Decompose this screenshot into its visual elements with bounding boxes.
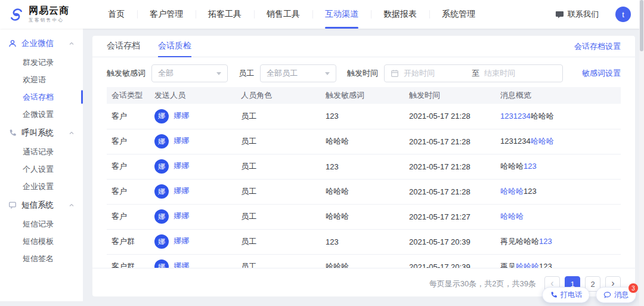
message-text: 1231234: [500, 137, 531, 146]
brand-logo[interactable]: 网易云商 互客销售中心: [8, 5, 69, 23]
sender-name-link[interactable]: 娜娜: [174, 186, 189, 195]
sidebar-item[interactable]: 短信签名: [0, 250, 83, 267]
sidebar-item[interactable]: 短信模板: [0, 233, 83, 250]
nav-item[interactable]: 互动渠道: [312, 0, 371, 29]
keyword-cell: 123: [321, 154, 404, 179]
sender-avatar[interactable]: 娜: [154, 209, 169, 224]
nav-item[interactable]: 数据报表: [371, 0, 429, 29]
contact-us-button[interactable]: 联系我们: [555, 9, 599, 20]
conversation-type-cell: 客户: [107, 104, 150, 129]
sender-cell: 娜娜娜: [150, 179, 236, 204]
call-button[interactable]: 打电话: [542, 287, 590, 303]
archive-settings-link[interactable]: 会话存档设置: [574, 36, 621, 57]
nav-item[interactable]: 拓客工具: [196, 0, 254, 29]
sidebar-item[interactable]: 企微设置: [0, 106, 83, 123]
sidebar-item[interactable]: 个人设置: [0, 160, 83, 178]
calendar-icon: [391, 69, 399, 78]
message-keyword-link[interactable]: 哈哈哈: [516, 262, 539, 268]
tab-bar: 会话存档会话质检 会话存档设置: [92, 36, 635, 57]
message-keyword-link[interactable]: 123: [524, 162, 537, 171]
tab[interactable]: 会话存档: [107, 36, 140, 57]
table-row: 客户娜娜娜员工哈哈哈2021-05-17 21:281231234哈哈哈: [107, 129, 621, 154]
column-header: 发送人员: [150, 87, 236, 104]
role-cell: 员工: [236, 179, 321, 204]
sidebar: 企业微信群发记录欢迎语会话存档企微设置呼叫系统通话记录个人设置企业设置短信系统短…: [0, 29, 83, 301]
role-cell: 员工: [236, 204, 321, 229]
message-badge: 3: [628, 283, 638, 293]
message-keyword-link[interactable]: 123: [539, 237, 552, 246]
sender-cell: 娜娜娜: [150, 204, 236, 229]
conversation-type-cell: 客户: [107, 204, 150, 229]
sender-name-link[interactable]: 娜娜: [174, 111, 189, 120]
start-time-placeholder[interactable]: 开始时间: [404, 68, 467, 79]
role-cell: 员工: [236, 254, 321, 268]
sidebar-section-label: 短信系统: [21, 200, 54, 211]
sender-cell: 娜娜娜: [150, 254, 236, 268]
sender-avatar[interactable]: 娜: [154, 159, 169, 174]
sender-name-link[interactable]: 娜娜: [174, 211, 189, 220]
sender-avatar[interactable]: 娜: [154, 134, 169, 149]
sidebar-section[interactable]: 短信系统: [0, 195, 83, 215]
date-range-input[interactable]: 开始时间 至 结束时间: [384, 64, 563, 82]
tab[interactable]: 会话质检: [158, 36, 191, 57]
nav-item[interactable]: 销售工具: [254, 0, 312, 29]
user-avatar[interactable]: t: [615, 7, 631, 22]
conversation-type-cell: 客户群: [107, 229, 150, 254]
sidebar-item[interactable]: 欢迎语: [0, 71, 83, 88]
end-time-placeholder[interactable]: 结束时间: [484, 68, 547, 79]
time-cell: 2021-05-17 20:39: [404, 254, 496, 268]
column-header: 消息概览: [496, 87, 621, 104]
sender-avatar[interactable]: 娜: [154, 259, 169, 268]
message-button[interactable]: 3 消息: [596, 287, 636, 303]
nav-item[interactable]: 首页: [95, 0, 137, 29]
sender-name-link[interactable]: 娜娜: [174, 261, 189, 268]
top-navbar: 网易云商 互客销售中心 首页客户管理拓客工具销售工具互动渠道数据报表系统管理 联…: [0, 0, 644, 29]
message-keyword-link[interactable]: 1231234: [500, 112, 531, 120]
table-header-row: 会话类型发送人员人员角色触发敏感词触发时间消息概览: [107, 87, 621, 104]
page-scrollbar: [639, 0, 644, 306]
column-header: 会话类型: [107, 87, 150, 104]
brand-name: 网易云商: [29, 5, 69, 16]
sidebar-item[interactable]: 企业设置: [0, 178, 83, 195]
sender-cell: 娜娜娜: [150, 129, 236, 154]
scrollbar-thumb[interactable]: [640, 0, 643, 51]
nav-item[interactable]: 系统管理: [429, 0, 488, 29]
sender-avatar[interactable]: 娜: [154, 234, 169, 249]
sensitive-word-value: 全部: [158, 68, 216, 79]
table-row: 客户娜娜娜员工哈哈哈2021-05-17 21:28哈哈哈123: [107, 179, 621, 204]
staff-select[interactable]: 全部员工: [260, 64, 336, 82]
sidebar-item[interactable]: 通话记录: [0, 143, 83, 160]
sensitive-word-select[interactable]: 全部: [151, 64, 228, 82]
message-text: 哈哈哈: [500, 162, 524, 171]
role-cell: 员工: [236, 129, 321, 154]
sender-avatar[interactable]: 娜: [154, 109, 169, 123]
conversation-type-cell: 客户群: [107, 254, 150, 268]
message-preview-cell: 1231234哈哈哈: [496, 104, 621, 129]
message-keyword-link[interactable]: 哈哈哈: [500, 212, 524, 221]
filter-bar: 触发敏感词 全部 员工 全部员工 触发时间 开始时间: [92, 57, 635, 87]
table-row: 客户娜娜娜员工1232021-05-17 21:28哈哈哈123: [107, 154, 621, 179]
table-row: 客户群娜娜娜员工哈哈哈2021-05-17 20:39再见哈哈哈123: [107, 254, 621, 268]
sidebar-section[interactable]: 呼叫系统: [0, 123, 83, 143]
sidebar-item[interactable]: 短信记录: [0, 215, 83, 233]
sender-avatar[interactable]: 娜: [154, 184, 169, 199]
message-keyword-link[interactable]: 哈哈哈: [500, 187, 524, 196]
nav-item[interactable]: 客户管理: [137, 0, 196, 29]
column-header: 触发时间: [404, 87, 496, 104]
keyword-settings-link[interactable]: 敏感词设置: [582, 68, 621, 79]
message-preview-cell: 哈哈哈123: [496, 179, 621, 204]
sidebar-section[interactable]: 企业微信: [0, 33, 83, 54]
sensitive-word-label: 触发敏感词: [107, 68, 145, 79]
sender-name-link[interactable]: 娜娜: [174, 236, 189, 245]
sidebar-section-label: 企业微信: [21, 38, 54, 49]
time-cell: 2021-05-17 20:39: [404, 229, 496, 254]
sender-name-link[interactable]: 娜娜: [174, 136, 189, 145]
staff-label: 员工: [239, 68, 254, 79]
floating-actions: 打电话 3 消息: [542, 287, 636, 303]
trigger-time-label: 触发时间: [347, 68, 378, 79]
sidebar-item[interactable]: 群发记录: [0, 54, 83, 71]
sender-name-link[interactable]: 娜娜: [174, 161, 189, 170]
sidebar-item[interactable]: 会话存档: [0, 88, 83, 106]
chevron-down-icon: [216, 72, 221, 75]
message-keyword-link[interactable]: 哈哈哈: [531, 137, 554, 146]
